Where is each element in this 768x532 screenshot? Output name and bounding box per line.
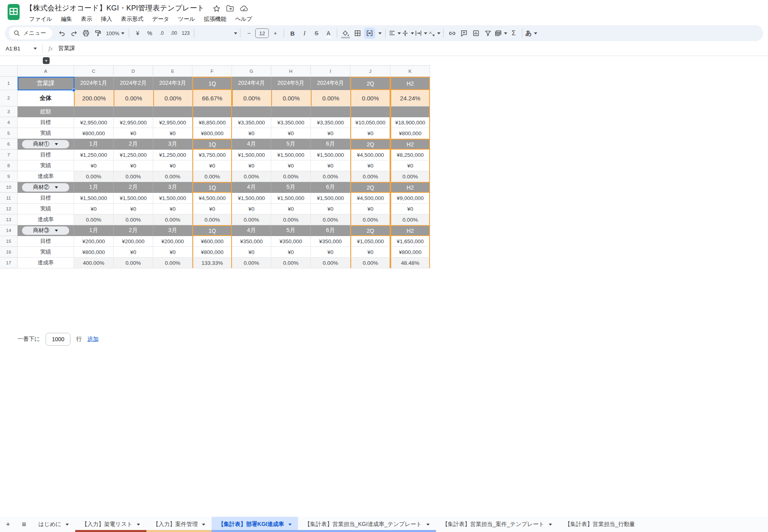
row-header-3[interactable]: 3 <box>0 106 18 117</box>
cell[interactable]: 1月 <box>74 139 114 150</box>
cell[interactable]: 2Q <box>350 225 390 236</box>
column-header-D[interactable]: D <box>114 65 153 77</box>
cell[interactable]: 0.00% <box>114 90 153 106</box>
row-header-5[interactable]: 5 <box>0 128 18 139</box>
text-wrap-button[interactable] <box>415 28 427 39</box>
row-label-cell[interactable]: 実績 <box>18 204 74 214</box>
sheet-tab-3[interactable]: 【集計表】部署KGI達成率 <box>212 517 298 532</box>
menu-3[interactable]: 挿入 <box>97 15 116 24</box>
row-label-cell[interactable]: 商材③ <box>18 225 74 236</box>
cell[interactable]: ¥0 <box>74 160 114 171</box>
menu-2[interactable]: 表示 <box>77 15 96 24</box>
cell[interactable]: ¥0 <box>271 204 311 214</box>
format-percent-button[interactable]: % <box>144 28 155 39</box>
cell[interactable]: ¥3,350,000 <box>232 117 271 128</box>
cell[interactable]: 0.00% <box>74 171 114 182</box>
cell[interactable]: ¥0 <box>192 204 232 214</box>
row-header-15[interactable]: 15 <box>0 236 18 247</box>
cell[interactable]: ¥0 <box>311 247 350 258</box>
row-label-cell[interactable]: 目標 <box>18 193 74 204</box>
cell[interactable]: 1月 <box>74 225 114 236</box>
menu-4[interactable]: 表示形式 <box>117 15 147 24</box>
fill-color-button[interactable] <box>340 28 351 39</box>
cell[interactable]: ¥800,000 <box>74 128 114 139</box>
cell[interactable]: ¥0 <box>350 128 390 139</box>
cell[interactable]: 0.00% <box>271 171 311 182</box>
cell[interactable]: ¥1,650,000 <box>390 236 430 247</box>
decrease-decimal-button[interactable]: .0 <box>156 28 167 39</box>
number-format-button[interactable]: 123 <box>180 28 191 39</box>
cell[interactable]: ¥1,250,000 <box>114 150 153 160</box>
row-label-cell[interactable]: 目標 <box>18 150 74 160</box>
cell[interactable]: 48.48% <box>390 258 430 268</box>
cell[interactable]: ¥200,000 <box>114 236 153 247</box>
chevron-down-icon[interactable] <box>202 524 205 526</box>
bold-button[interactable]: B <box>287 28 298 39</box>
cell[interactable]: ¥350,000 <box>311 236 350 247</box>
paint-format-button[interactable] <box>92 28 104 39</box>
cell[interactable]: 0.00% <box>114 258 153 268</box>
cell[interactable]: 200.00% <box>74 90 114 106</box>
menu-7[interactable]: 拡張機能 <box>200 15 230 24</box>
row-header-7[interactable]: 7 <box>0 150 18 160</box>
print-button[interactable] <box>80 28 92 39</box>
cell[interactable]: ¥8,250,000 <box>390 150 430 160</box>
cell[interactable]: 2Q <box>350 182 390 193</box>
product-dropdown-chip[interactable]: 商材③ <box>22 226 69 235</box>
cell[interactable] <box>74 106 114 117</box>
menu-1[interactable]: 編集 <box>57 15 76 24</box>
row-label-cell[interactable]: 達成率 <box>18 258 74 268</box>
cell[interactable]: 0.00% <box>350 258 390 268</box>
cell[interactable]: 2024年1月 <box>74 77 114 90</box>
row-label-cell[interactable]: 商材② <box>18 182 74 193</box>
row-header-10[interactable]: 10 <box>0 182 18 193</box>
cell[interactable]: ¥800,000 <box>390 247 430 258</box>
cell[interactable]: ¥0 <box>350 160 390 171</box>
insert-chart-button[interactable] <box>470 28 482 39</box>
sheet-tab-4[interactable]: 【集計表】営業担当_KGI達成率_テンプレート <box>298 517 436 532</box>
row-label-cell[interactable]: 全体 <box>18 90 74 106</box>
cell[interactable] <box>311 106 350 117</box>
cell[interactable]: ¥1,500,000 <box>271 193 311 204</box>
cell[interactable]: 0.00% <box>390 171 430 182</box>
cell[interactable]: ¥3,350,000 <box>311 117 350 128</box>
cell[interactable]: 0.00% <box>271 214 311 225</box>
zoom-select[interactable]: 100% <box>104 28 126 39</box>
cell[interactable]: 0.00% <box>271 258 311 268</box>
cell[interactable] <box>271 106 311 117</box>
cell[interactable]: H2 <box>390 182 430 193</box>
all-sheets-button[interactable]: ≡ <box>16 517 32 532</box>
table-views-button[interactable] <box>494 28 507 39</box>
cell[interactable]: ¥2,950,000 <box>74 117 114 128</box>
row-header-4[interactable]: 4 <box>0 117 18 128</box>
row-label-cell[interactable]: 達成率 <box>18 171 74 182</box>
cell[interactable]: ¥1,500,000 <box>114 193 153 204</box>
cell[interactable]: 0.00% <box>390 214 430 225</box>
cell[interactable]: H2 <box>390 225 430 236</box>
cell[interactable]: ¥3,350,000 <box>271 117 311 128</box>
document-title[interactable]: 【株式会社ジオコード】KGI・KPI管理表テンプレート <box>26 4 204 12</box>
cell[interactable]: 0.00% <box>74 214 114 225</box>
cell[interactable]: 5月 <box>271 139 311 150</box>
cell[interactable]: ¥1,500,000 <box>74 193 114 204</box>
column-header-H[interactable]: H <box>271 65 311 77</box>
cell[interactable]: ¥0 <box>271 160 311 171</box>
cell[interactable]: 0.00% <box>232 171 271 182</box>
cell[interactable]: ¥0 <box>153 204 192 214</box>
cell[interactable] <box>153 106 192 117</box>
font-size-decrease-button[interactable]: − <box>243 28 254 39</box>
name-box[interactable]: A1:B1 <box>0 46 40 52</box>
text-color-button[interactable]: A <box>323 28 334 39</box>
move-folder-icon[interactable] <box>226 5 234 12</box>
italic-button[interactable]: I <box>299 28 310 39</box>
font-family-select[interactable] <box>197 28 237 39</box>
row-label-cell[interactable]: 営業課 <box>18 77 74 90</box>
cell[interactable]: ¥1,050,000 <box>350 236 390 247</box>
cell[interactable]: ¥1,250,000 <box>153 150 192 160</box>
cell[interactable]: 0.00% <box>350 90 390 106</box>
cell[interactable]: 4月 <box>232 139 271 150</box>
cell[interactable]: 3月 <box>153 182 192 193</box>
cell[interactable]: ¥1,250,000 <box>74 150 114 160</box>
cell[interactable]: ¥0 <box>114 204 153 214</box>
unhide-column-button[interactable]: + <box>43 57 50 64</box>
